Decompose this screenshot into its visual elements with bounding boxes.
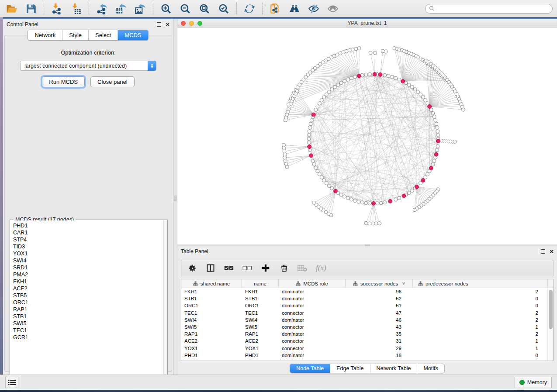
table-row[interactable]: ORC1ORC1dominator610: [181, 302, 553, 309]
zoom-in-icon[interactable]: [159, 2, 173, 15]
float-panel-icon[interactable]: [157, 22, 161, 27]
show-column-icon[interactable]: [206, 263, 215, 273]
cell-predecessor-nodes: 2: [413, 310, 548, 316]
cell-predecessor-nodes: 2: [413, 317, 548, 323]
tab-motifs[interactable]: Motifs: [417, 364, 444, 373]
global-search-field[interactable]: [425, 4, 553, 14]
import-table-icon[interactable]: [69, 2, 83, 15]
table-row[interactable]: STB1STB1dominator620: [181, 295, 553, 302]
optimization-criterion-select[interactable]: largest connected component (undirected): [20, 61, 156, 71]
table-row[interactable]: SWI5SWI5connector431: [181, 323, 553, 330]
tab-select[interactable]: Select: [89, 30, 118, 40]
export-network-icon[interactable]: [95, 2, 108, 15]
mcds-result-item[interactable]: STP4: [13, 236, 163, 243]
mcds-result-item[interactable]: SWI5: [13, 320, 163, 327]
hide-panel-icon[interactable]: [307, 2, 320, 15]
mcds-result-item[interactable]: ACE2: [13, 285, 163, 292]
share-document-icon[interactable]: [269, 2, 282, 15]
zoom-selected-icon[interactable]: [217, 2, 230, 15]
open-file-icon[interactable]: [5, 2, 18, 15]
cell-successor-nodes: 62: [346, 296, 413, 301]
export-table-icon[interactable]: [114, 2, 128, 15]
table-row[interactable]: YOX1YOX1connector291: [181, 345, 553, 352]
select-all-rows-icon[interactable]: [224, 263, 234, 273]
network-view-window: YPA_prune.txt_1: [177, 19, 557, 244]
save-session-icon[interactable]: [24, 2, 38, 15]
cell-shared-name: FKH1: [181, 289, 242, 294]
splitter-grip[interactable]: [174, 196, 176, 201]
table-row[interactable]: RAP1RAP1dominator352: [181, 330, 553, 337]
deselect-all-rows-icon[interactable]: [242, 263, 252, 273]
mcds-result-item[interactable]: PMA2: [13, 271, 163, 278]
column-header-successor-nodes[interactable]: successor nodes˅: [346, 279, 413, 288]
status-bar: Memory: [0, 375, 557, 390]
scrollbar-thumb[interactable]: [549, 290, 553, 329]
column-header-label: name: [254, 281, 266, 286]
mcds-result-item[interactable]: SRD1: [13, 264, 163, 271]
close-panel-icon[interactable]: ×: [550, 249, 554, 254]
tab-network[interactable]: Network: [28, 30, 62, 40]
mcds-result-item[interactable]: SWI4: [13, 257, 163, 264]
search-network-icon[interactable]: [288, 2, 301, 15]
mcds-result-item[interactable]: RAP1: [13, 306, 163, 313]
mcds-result-item[interactable]: ORC1: [13, 299, 163, 306]
close-panel-icon[interactable]: ×: [166, 22, 170, 27]
column-header-label: predecessor nodes: [426, 281, 468, 286]
node-table-body: FKH1FKH1dominator962STB1STB1dominator620…: [181, 288, 553, 359]
table-row[interactable]: TEC1TEC1connector472: [181, 309, 553, 316]
mcds-list-scrollbar[interactable]: [163, 220, 167, 381]
mcds-result-item[interactable]: YOX1: [13, 250, 163, 257]
table-row[interactable]: FKH1FKH1dominator962: [181, 288, 553, 295]
float-panel-icon[interactable]: [541, 249, 545, 254]
cell-name: YOX1: [242, 346, 279, 351]
refresh-icon[interactable]: [243, 2, 256, 15]
node-table[interactable]: shared namenameMCDS rolesuccessor nodes˅…: [181, 279, 554, 361]
column-type-icon: [418, 281, 423, 286]
search-input[interactable]: [437, 6, 549, 12]
table-row[interactable]: ACE2ACE2connector311: [181, 337, 553, 344]
function-builder-icon[interactable]: f(x): [316, 264, 326, 272]
cell-successor-nodes: 35: [346, 331, 413, 337]
run-mcds-button[interactable]: Run MCDS: [42, 76, 85, 87]
mcds-result-item[interactable]: FKH1: [13, 278, 163, 285]
table-row[interactable]: PHD1PHD1dominator180: [181, 352, 553, 359]
zoom-fit-icon[interactable]: [198, 2, 211, 15]
table-scrollbar[interactable]: [547, 289, 553, 361]
column-header-predecessor-nodes[interactable]: predecessor nodes: [413, 279, 548, 288]
delete-column-icon[interactable]: [279, 263, 289, 273]
network-window-titlebar[interactable]: YPA_prune.txt_1: [177, 19, 557, 28]
mcds-result-item[interactable]: STB1: [13, 313, 163, 320]
mcds-result-item[interactable]: GCR1: [13, 334, 163, 341]
column-header-MCDS-role[interactable]: MCDS role: [279, 279, 346, 288]
tab-network-table[interactable]: Network Table: [370, 364, 418, 373]
tab-style[interactable]: Style: [62, 30, 89, 40]
mcds-result-item[interactable]: PHD1: [13, 222, 163, 229]
tab-node-table[interactable]: Node Table: [290, 364, 330, 373]
import-network-icon[interactable]: [50, 2, 63, 15]
cell-predecessor-nodes: 1: [413, 338, 548, 344]
network-canvas[interactable]: [177, 28, 557, 244]
column-type-icon: [353, 281, 358, 286]
memory-button[interactable]: Memory: [515, 377, 552, 388]
close-panel-button[interactable]: Close panel: [90, 76, 135, 87]
tab-mcds[interactable]: MCDS: [118, 30, 148, 40]
sort-chevron-icon[interactable]: ˅: [402, 281, 405, 286]
show-panel-icon[interactable]: [326, 2, 339, 15]
mcds-result-item[interactable]: TID3: [13, 243, 163, 250]
column-header-shared-name[interactable]: shared name: [181, 279, 242, 288]
table-settings-gear-icon[interactable]: [187, 263, 197, 273]
add-column-icon[interactable]: [261, 263, 270, 273]
mcds-result-list[interactable]: PHD1CAR1STP4TID3YOX1SWI4SRD1PMA2FKH1ACE2…: [10, 220, 163, 381]
column-header-name[interactable]: name: [242, 279, 279, 288]
cell-shared-name: RAP1: [181, 331, 242, 337]
export-image-icon[interactable]: [134, 2, 147, 15]
mcds-result-item[interactable]: STB5: [13, 292, 163, 299]
task-history-button[interactable]: [5, 377, 18, 388]
table-row[interactable]: SWI4SWI4dominator462: [181, 316, 553, 323]
vertical-splitter[interactable]: [173, 19, 177, 375]
mcds-result-item[interactable]: TEC1: [13, 327, 163, 334]
zoom-out-icon[interactable]: [179, 2, 192, 15]
delete-table-icon[interactable]: [298, 263, 307, 273]
mcds-result-item[interactable]: CAR1: [13, 229, 163, 236]
tab-edge-table[interactable]: Edge Table: [330, 364, 370, 373]
